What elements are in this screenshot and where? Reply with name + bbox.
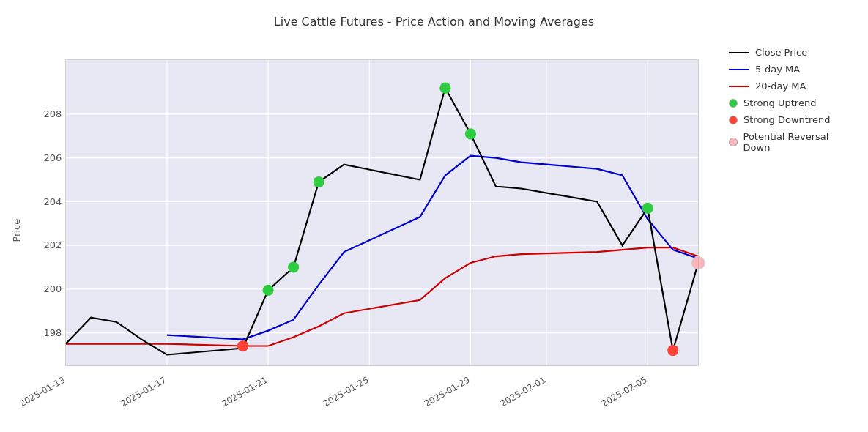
svg-text:2025-02-01: 2025-02-01	[498, 375, 547, 409]
chart-title: Live Cattle Futures - Price Action and M…	[274, 15, 594, 29]
svg-text:2025-01-21: 2025-01-21	[220, 375, 269, 409]
svg-text:2025-01-17: 2025-01-17	[119, 375, 168, 409]
legend-label: Potential Reversal Down	[743, 131, 853, 153]
svg-point-28	[288, 261, 299, 272]
svg-text:198: 198	[43, 327, 62, 338]
svg-point-29	[314, 176, 324, 187]
chart-container: Live Cattle Futures - Price Action and M…	[0, 0, 868, 432]
legend-item: 5-day MA	[729, 64, 853, 75]
legend-label: Strong Uptrend	[743, 97, 816, 108]
svg-point-31	[465, 128, 476, 139]
y-axis-label: Price	[7, 36, 22, 425]
svg-text:208: 208	[43, 108, 62, 119]
svg-text:200: 200	[43, 283, 62, 294]
chart-body: Price 1982002022042062082025-01-132025-0…	[7, 36, 861, 425]
legend-item: Strong Uptrend	[729, 97, 853, 108]
x-axis-label: Date	[22, 430, 714, 432]
legend-item: 20-day MA	[729, 81, 853, 92]
svg-text:202: 202	[43, 239, 62, 250]
svg-text:2025-01-29: 2025-01-29	[423, 375, 472, 409]
legend-label: 5-day MA	[755, 64, 800, 75]
main-chart-svg: 1982002022042062082025-01-132025-01-1720…	[22, 36, 714, 425]
svg-point-34	[667, 345, 678, 356]
chart-area-wrapper: Price 1982002022042062082025-01-132025-0…	[7, 36, 714, 425]
svg-point-32	[642, 203, 653, 214]
svg-text:206: 206	[43, 152, 62, 163]
legend-label: Close Price	[755, 47, 807, 58]
svg-text:2025-01-13: 2025-01-13	[22, 375, 67, 409]
svg-point-30	[439, 82, 450, 93]
legend-item: Strong Downtrend	[729, 114, 853, 125]
svg-point-27	[262, 285, 273, 296]
svg-point-33	[237, 340, 248, 351]
chart-plot-area: 1982002022042062082025-01-132025-01-1720…	[22, 36, 714, 425]
chart-legend: Close Price5-day MA20-day MAStrong Uptre…	[714, 36, 861, 425]
legend-item: Potential Reversal Down	[729, 131, 853, 153]
svg-text:2025-02-05: 2025-02-05	[600, 375, 649, 409]
svg-text:2025-01-25: 2025-01-25	[322, 375, 371, 409]
legend-label: Strong Downtrend	[743, 114, 830, 125]
legend-item: Close Price	[729, 47, 853, 58]
legend-label: 20-day MA	[755, 81, 806, 92]
svg-text:204: 204	[43, 196, 62, 207]
